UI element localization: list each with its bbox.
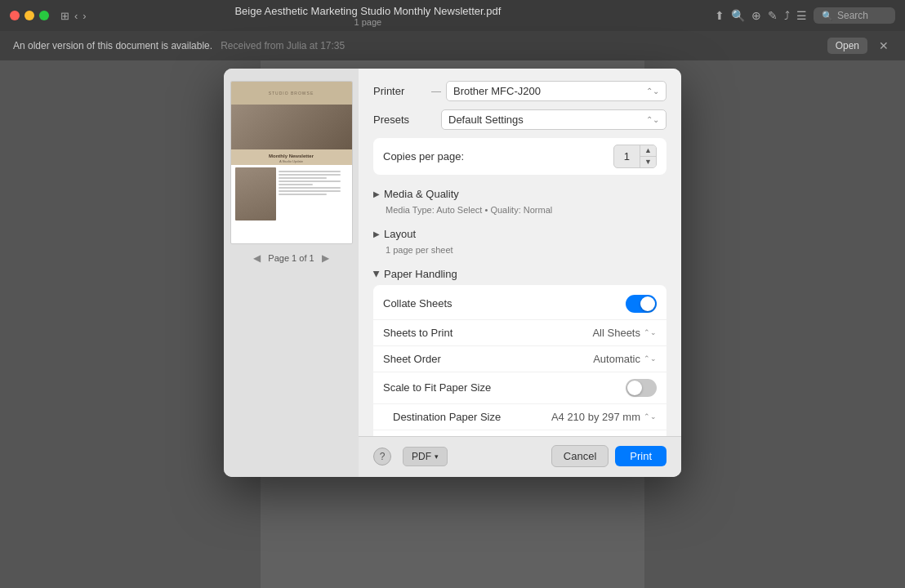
copies-label: Copies per page: (383, 150, 464, 163)
destination-paper-size-value: A4 210 by 297 mm (551, 411, 640, 423)
thumbnail-title: Monthly Newsletter (235, 153, 348, 159)
presets-select[interactable]: Default Settings ⌃⌄ (441, 109, 666, 130)
scale-to-fit-toggle[interactable] (626, 379, 657, 397)
thumbnail-line (279, 180, 341, 182)
zoom-in-icon[interactable]: ⊕ (751, 9, 761, 22)
more-icon[interactable]: ⤴ (784, 9, 790, 22)
copies-stepper[interactable]: 1 ▲ ▼ (613, 145, 657, 168)
notification-received: Received from Julia at 17:35 (221, 40, 345, 51)
search-bar[interactable]: 🔍 Search (814, 7, 895, 24)
print-button[interactable]: Print (615, 446, 666, 466)
thumbnail-line (279, 177, 328, 179)
notification-message: An older version of this document is ava… (13, 40, 212, 51)
presets-value: Default Settings (448, 114, 524, 126)
presets-label: Presets (373, 114, 426, 126)
copies-increment-button[interactable]: ▲ (640, 145, 656, 157)
layout-header[interactable]: ▶ Layout (373, 223, 666, 245)
page-preview-panel: STUDIO BROWSE Monthly Newsletter A Studi… (224, 69, 359, 477)
sheet-order-select[interactable]: Automatic ⌃⌄ (593, 353, 657, 365)
pdf-label: PDF (412, 451, 431, 462)
close-button[interactable] (10, 11, 20, 20)
media-quality-chevron: ▶ (373, 189, 380, 198)
layout-chevron: ▶ (373, 229, 380, 238)
sheets-to-print-row: Sheets to Print All Sheets ⌃⌄ (373, 320, 666, 346)
paper-handling-section: ▶ Paper Handling Collate Sheets (373, 263, 666, 436)
collate-sheets-toggle-knob (640, 296, 655, 311)
page-next-button[interactable]: ▶ (319, 251, 332, 265)
scale-to-fit-toggle-knob (627, 381, 642, 395)
title-bar: ⊞ ‹ › Beige Aesthetic Marketing Studio M… (0, 0, 905, 31)
settings-panel: Printer — Brother MFC-J200 ⌃⌄ Presets De… (359, 69, 681, 436)
thumbnail-line (279, 190, 341, 192)
thumbnail-image-block (231, 105, 352, 149)
search-toolbar-icon[interactable]: 🔍 (731, 9, 745, 22)
scale-to-fit-label: Scale to Fit Paper Size (383, 381, 491, 394)
destination-paper-size-label: Destination Paper Size (393, 411, 501, 423)
printer-label: Printer (373, 85, 426, 97)
thumbnail-col-text (279, 167, 348, 220)
printer-separator: — (431, 86, 441, 97)
sheets-to-print-label: Sheets to Print (383, 327, 452, 339)
sheet-order-value: Automatic (593, 353, 640, 365)
window-title: Beige Aesthetic Marketing Studio Monthly… (234, 5, 501, 17)
collate-sheets-label: Collate Sheets (383, 297, 452, 310)
scale-to-fit-row: Scale to Fit Paper Size (373, 372, 666, 404)
thumbnail-header: STUDIO BROWSE (231, 82, 352, 105)
page-label-row: ◀ Page 1 of 1 ▶ (250, 251, 332, 265)
media-quality-subtitle: Media Type: Auto Select • Quality: Norma… (373, 205, 666, 220)
printer-select[interactable]: Brother MFC-J200 ⌃⌄ (446, 81, 666, 101)
window-subtitle: 1 page (354, 17, 382, 27)
paper-handling-header[interactable]: ▶ Paper Handling (373, 263, 666, 285)
sheet-order-label: Sheet Order (383, 353, 441, 365)
dialog-footer: ? PDF ▾ Cancel Print (359, 436, 681, 477)
stepper-buttons: ▲ ▼ (640, 145, 656, 167)
title-bar-center: Beige Aesthetic Marketing Studio Monthly… (28, 5, 708, 27)
thumbnail-body (231, 165, 352, 223)
search-label: Search (837, 10, 868, 21)
sheets-to-print-value: All Sheets (592, 327, 640, 339)
paper-handling-title: Paper Handling (384, 268, 457, 280)
collate-sheets-toggle[interactable] (626, 295, 657, 313)
destination-paper-size-select[interactable]: A4 210 by 297 mm ⌃⌄ (551, 411, 657, 423)
page-prev-button[interactable]: ◀ (250, 251, 264, 265)
thumbnail-line (279, 194, 328, 195)
scale-down-only-row: Scale Down Only (373, 430, 666, 436)
thumbnail-subtitle: A Studio Update (235, 159, 348, 163)
print-dialog: STUDIO BROWSE Monthly Newsletter A Studi… (224, 69, 681, 477)
share-icon[interactable]: ⬆ (715, 9, 724, 22)
layout-title: Layout (384, 228, 416, 240)
sheets-to-print-select[interactable]: All Sheets ⌃⌄ (592, 327, 657, 339)
paper-handling-chevron: ▶ (372, 270, 381, 277)
sheet-order-row: Sheet Order Automatic ⌃⌄ (373, 346, 666, 372)
copies-decrement-button[interactable]: ▼ (640, 157, 656, 167)
page-label-text: Page 1 of 1 (268, 253, 314, 263)
notification-open-button[interactable]: Open (827, 38, 867, 54)
printer-chevron: ⌃⌄ (646, 87, 659, 96)
sidebar-icon[interactable]: ☰ (796, 9, 807, 22)
paper-handling-content: Collate Sheets Sheets to Print All Sheet… (373, 285, 666, 436)
pdf-chevron-icon: ▾ (435, 452, 439, 461)
notification-bar: An older version of this document is ava… (0, 31, 905, 60)
media-quality-section: ▶ Media & Quality Media Type: Auto Selec… (373, 183, 666, 220)
thumbnail-line (279, 187, 341, 189)
thumbnail-line (279, 184, 314, 185)
thumbnail-header-text: STUDIO BROWSE (269, 91, 314, 96)
page-thumbnail: STUDIO BROWSE Monthly Newsletter A Studi… (230, 81, 353, 244)
annotate-icon[interactable]: ✎ (768, 9, 778, 22)
cancel-button[interactable]: Cancel (551, 445, 609, 467)
copies-value: 1 (614, 148, 640, 165)
destination-paper-size-chevron: ⌃⌄ (644, 412, 657, 421)
search-icon: 🔍 (822, 11, 833, 21)
toolbar-actions: ⬆ 🔍 ⊕ ✎ ⤴ ☰ 🔍 Search (715, 7, 895, 24)
footer-left: ? PDF ▾ (373, 447, 448, 466)
thumbnail-title-block: Monthly Newsletter A Studio Update (231, 149, 352, 165)
thumbnail-image-overlay (231, 105, 352, 149)
printer-row: Printer — Brother MFC-J200 ⌃⌄ (373, 81, 666, 101)
layout-subtitle: 1 page per sheet (373, 245, 666, 260)
help-button[interactable]: ? (373, 448, 391, 466)
media-quality-header[interactable]: ▶ Media & Quality (373, 183, 666, 205)
destination-paper-size-row: Destination Paper Size A4 210 by 297 mm … (373, 404, 666, 430)
notification-close-button[interactable]: ✕ (876, 39, 892, 52)
thumbnail-line (279, 174, 341, 176)
pdf-button[interactable]: PDF ▾ (403, 447, 448, 466)
